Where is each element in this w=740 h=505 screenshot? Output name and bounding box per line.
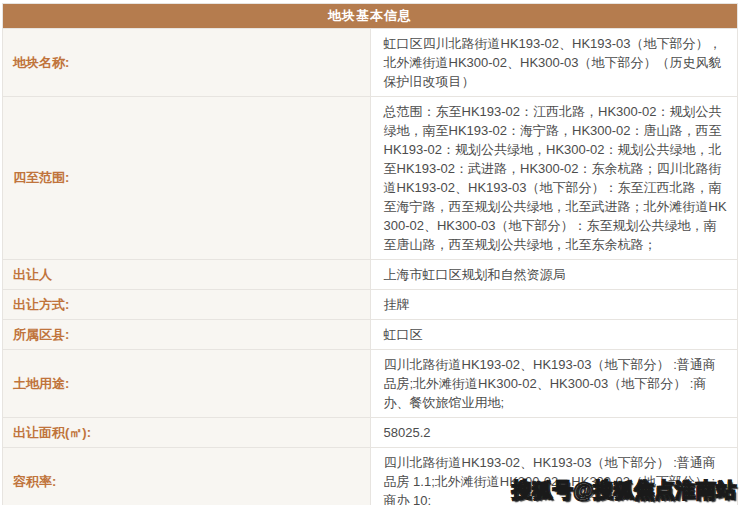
row-value: 虹口区 <box>370 320 738 350</box>
table-row: 所属区县: 虹口区 <box>3 320 738 350</box>
row-label: 出让人 <box>3 260 371 290</box>
row-label: 所属区县: <box>3 320 371 350</box>
table-row: 容积率: 四川北路街道HK193-02、HK193-03（地下部分） :普通商品… <box>3 448 738 505</box>
row-label: 出让面积(㎡): <box>3 418 371 448</box>
table-row: 四至范围: 总范围：东至HK193-02：江西北路，HK300-02：规划公共绿… <box>3 97 738 260</box>
table-header-row: 地块基本信息 <box>3 4 738 29</box>
table-row: 地块名称: 虹口区四川北路街道HK193-02、HK193-03（地下部分）， … <box>3 29 738 97</box>
table-row: 土地用途: 四川北路街道HK193-02、HK193-03（地下部分） :普通商… <box>3 350 738 418</box>
row-label: 容积率: <box>3 448 371 505</box>
row-value: 58025.2 <box>370 418 738 448</box>
info-table: 地块基本信息 地块名称: 虹口区四川北路街道HK193-02、HK193-03（… <box>2 3 738 505</box>
table-row: 出让面积(㎡): 58025.2 <box>3 418 738 448</box>
row-label: 出让方式: <box>3 290 371 320</box>
land-basic-info-table: 地块基本信息 地块名称: 虹口区四川北路街道HK193-02、HK193-03（… <box>2 3 738 505</box>
table-row: 出让人 上海市虹口区规划和自然资源局 <box>3 260 738 290</box>
row-value: 总范围：东至HK193-02：江西北路，HK300-02：规划公共绿地，南至HK… <box>370 97 738 260</box>
row-value: 四川北路街道HK193-02、HK193-03（地下部分） :普通商品房 1.1… <box>370 448 738 505</box>
row-value: 挂牌 <box>370 290 738 320</box>
row-value: 上海市虹口区规划和自然资源局 <box>370 260 738 290</box>
table-title: 地块基本信息 <box>3 4 738 29</box>
row-value: 虹口区四川北路街道HK193-02、HK193-03（地下部分）， 北外滩街道H… <box>370 29 738 97</box>
table-row: 出让方式: 挂牌 <box>3 290 738 320</box>
row-value: 四川北路街道HK193-02、HK193-03（地下部分） :普通商品房;北外滩… <box>370 350 738 418</box>
table-body: 地块名称: 虹口区四川北路街道HK193-02、HK193-03（地下部分）， … <box>3 29 738 505</box>
row-label: 四至范围: <box>3 97 371 260</box>
row-label: 土地用途: <box>3 350 371 418</box>
row-label: 地块名称: <box>3 29 371 97</box>
